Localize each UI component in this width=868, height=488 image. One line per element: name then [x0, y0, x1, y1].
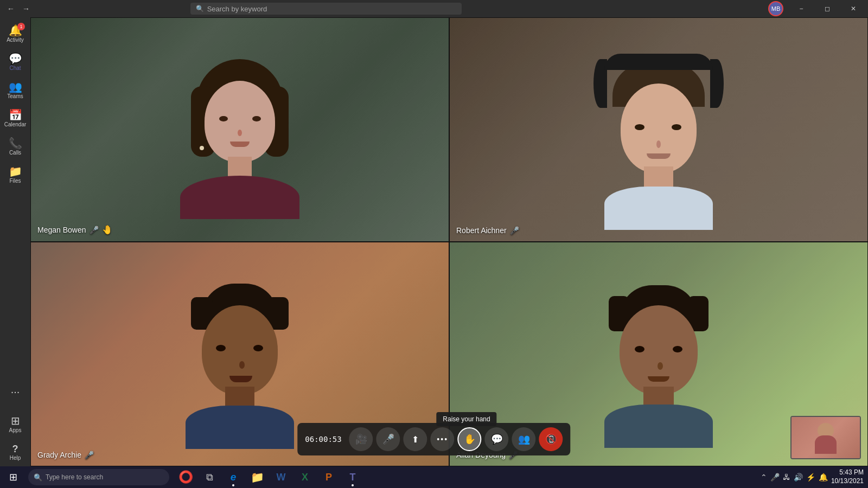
calendar-icon: 📅	[9, 110, 22, 120]
chat-icon: 💬	[9, 53, 22, 64]
robert-name-text: Robert Aichner	[456, 226, 507, 235]
participant-name-megan: Megan Bowen 🎤 🤚	[37, 224, 113, 235]
pip-video	[792, 417, 860, 458]
clock-time: 5:43 PM	[831, 468, 864, 477]
edge-icon: e	[231, 471, 237, 483]
minimize-button[interactable]: −	[789, 0, 814, 17]
sidebar-label-activity: Activity	[7, 37, 24, 43]
profile-picture[interactable]: MB	[768, 1, 783, 16]
more-icon: •••	[437, 435, 448, 444]
taskbar-app-cortana[interactable]: ⭕	[174, 466, 197, 488]
share-icon: ⬆	[412, 434, 419, 445]
raise-hand-button[interactable]: ✋	[458, 427, 482, 451]
sidebar-item-help[interactable]: ? Help	[2, 438, 28, 466]
close-button[interactable]: ✕	[841, 0, 866, 17]
taskbar-app-word[interactable]: W	[269, 466, 293, 488]
raise-hand-icon: ✋	[464, 433, 476, 445]
video-grid: Megan Bowen 🎤 🤚	[30, 17, 868, 466]
cortana-icon: ⭕	[178, 470, 193, 484]
taskbar-search[interactable]: 🔍 Type here to search	[28, 469, 169, 485]
megan-name-text: Megan Bowen	[37, 226, 86, 234]
sidebar-label-calendar: Calendar	[4, 121, 27, 127]
file-explorer-icon: 📁	[251, 471, 264, 484]
taskbar-search-placeholder: Type here to search	[46, 473, 103, 481]
call-timer: 06:00:53	[305, 435, 341, 444]
megan-hand-icon: 🤚	[102, 224, 113, 235]
chat-button[interactable]: 💬	[485, 427, 509, 451]
share-screen-button[interactable]: ⬆	[404, 427, 427, 451]
taskbar: ⊞ 🔍 Type here to search ⭕ ⧉ e 📁 W X P T	[0, 466, 868, 488]
nav-controls: ← →	[0, 2, 37, 15]
participant-name-robert: Robert Aichner 🎤	[456, 226, 519, 235]
teams-taskbar-icon: T	[350, 472, 356, 483]
sidebar-item-files[interactable]: 📁 Files	[2, 160, 28, 189]
mic-system-icon: 🎤	[770, 473, 780, 481]
taskbar-search-icon: 🔍	[34, 473, 42, 481]
sidebar-label-apps: Apps	[9, 427, 22, 433]
apps-icon: ⊞	[11, 415, 20, 426]
taskbar-app-files[interactable]: 📁	[245, 466, 269, 488]
participant-name-grady: Grady Archie 🎤	[37, 451, 94, 459]
battery-icon: ⚡	[806, 473, 815, 481]
pip-self-camera	[790, 416, 861, 459]
participants-button[interactable]: 👥	[512, 427, 536, 451]
taskbar-app-powerpoint[interactable]: P	[317, 466, 341, 488]
taskbar-app-task-view[interactable]: ⧉	[197, 466, 221, 488]
more-icon: ···	[11, 386, 20, 397]
end-call-icon: 📵	[545, 433, 557, 445]
video-cell-megan: Megan Bowen 🎤 🤚	[30, 17, 449, 242]
sidebar-item-activity[interactable]: 1 🔔 Activity	[2, 20, 28, 48]
maximize-button[interactable]: ◻	[815, 0, 840, 17]
search-bar[interactable]: 🔍 Search by keyword	[190, 3, 462, 15]
participants-icon: 👥	[518, 433, 530, 445]
microphone-button[interactable]: 🎤	[376, 427, 400, 451]
sidebar-label-chat: Chat	[9, 65, 21, 71]
end-call-button[interactable]: 📵	[539, 427, 563, 451]
start-button[interactable]: ⊞	[0, 466, 26, 488]
taskbar-app-excel[interactable]: X	[293, 466, 317, 488]
chat-ctrl-icon: 💬	[491, 433, 503, 445]
files-icon: 📁	[9, 166, 22, 177]
sidebar-item-calls[interactable]: 📞 Calls	[2, 132, 28, 160]
back-button[interactable]: ←	[4, 2, 17, 15]
taskbar-system-tray: ⌃ 🎤 🖧 🔊 ⚡ 🔔 5:43 PM 10/13/2021	[761, 468, 868, 485]
more-options-button[interactable]: •••	[431, 427, 455, 451]
mic-icon: 🎤	[382, 433, 394, 445]
notification-icon[interactable]: 🔔	[819, 473, 828, 481]
forward-button[interactable]: →	[20, 2, 33, 15]
edge-active-dot	[232, 484, 234, 486]
window-controls: MB − ◻ ✕	[768, 0, 868, 17]
speaker-icon[interactable]: 🔊	[794, 473, 803, 481]
camera-button[interactable]: 🎥	[349, 427, 373, 451]
camera-icon: 🎥	[355, 433, 367, 445]
search-placeholder: Search by keyword	[207, 5, 267, 13]
teams-active-dot	[352, 484, 354, 486]
network-icon: 🖧	[783, 473, 790, 481]
megan-mic-icon: 🎤	[90, 226, 99, 234]
sidebar-item-apps[interactable]: ⊞ Apps	[2, 410, 28, 438]
grady-mic-icon: 🎤	[85, 451, 94, 459]
taskbar-app-teams[interactable]: T	[341, 466, 365, 488]
sidebar: 1 🔔 Activity 💬 Chat 👥 Teams 📅 Calendar 📞…	[0, 17, 30, 466]
taskbar-app-edge[interactable]: e	[221, 466, 245, 488]
excel-icon: X	[302, 472, 308, 483]
sidebar-item-teams[interactable]: 👥 Teams	[2, 76, 28, 104]
video-cell-robert: Robert Aichner 🎤	[449, 17, 868, 242]
grady-name-text: Grady Archie	[37, 451, 81, 459]
task-view-icon: ⧉	[206, 472, 213, 483]
sidebar-item-calendar[interactable]: 📅 Calendar	[2, 104, 28, 132]
title-bar: ← → 🔍 Search by keyword MB − ◻ ✕	[0, 0, 868, 17]
help-icon: ?	[12, 444, 18, 454]
sidebar-label-files: Files	[9, 178, 21, 184]
call-controls-bar: 06:00:53 🎥 🎤 ⬆ ••• ✋ 💬 👥 📵	[297, 423, 570, 455]
sidebar-item-chat[interactable]: 💬 Chat	[2, 48, 28, 76]
system-clock: 5:43 PM 10/13/2021	[831, 468, 864, 485]
calls-icon: 📞	[9, 138, 22, 149]
taskbar-apps: ⭕ ⧉ e 📁 W X P T	[174, 466, 365, 488]
activity-badge: 1	[17, 23, 25, 30]
sidebar-label-teams: Teams	[7, 93, 23, 99]
sidebar-label-calls: Calls	[9, 150, 21, 156]
chevron-up-icon[interactable]: ⌃	[761, 473, 767, 481]
sidebar-item-more[interactable]: ···	[2, 377, 28, 406]
search-icon: 🔍	[196, 5, 204, 12]
